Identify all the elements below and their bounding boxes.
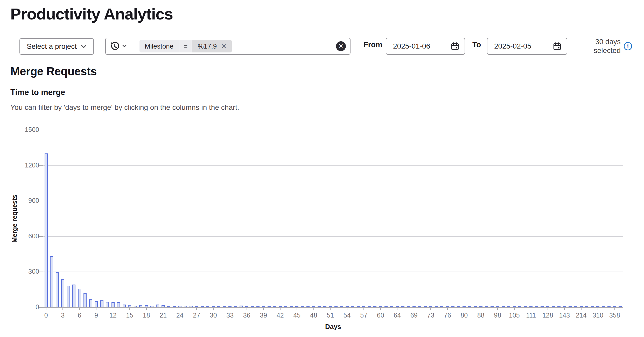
chart-bar[interactable] [485, 306, 488, 307]
y-tick-label: 1200 [11, 161, 39, 169]
x-tick-mark [113, 307, 113, 310]
chart-bar[interactable] [273, 306, 276, 307]
chart-bar[interactable] [435, 306, 438, 307]
chart-bar[interactable] [95, 301, 98, 307]
chart-bar[interactable] [591, 306, 594, 307]
chart-bar[interactable] [318, 306, 321, 307]
chart-bar[interactable] [72, 285, 75, 307]
chart-bar[interactable] [173, 306, 176, 307]
chart-bar[interactable] [240, 306, 243, 307]
chart-bar[interactable] [134, 306, 137, 307]
chart-bar[interactable] [619, 306, 622, 307]
chart-bar[interactable] [83, 293, 87, 307]
chart-bar[interactable] [384, 306, 388, 307]
chart-bar[interactable] [541, 306, 544, 307]
chart-bar[interactable] [256, 306, 260, 307]
chart-bar[interactable] [552, 306, 555, 307]
chart-bar[interactable] [351, 306, 354, 307]
chart-bar[interactable] [491, 306, 494, 307]
chart-bar[interactable] [334, 306, 338, 307]
search-history-button[interactable] [106, 38, 132, 54]
chart-bar[interactable] [190, 306, 193, 307]
chart-bar[interactable] [234, 306, 237, 307]
x-tick-mark [598, 307, 598, 310]
chart-bar[interactable] [368, 306, 371, 307]
chart-bar[interactable] [162, 305, 165, 307]
from-date-input[interactable]: 2025-01-06 [386, 38, 465, 55]
gridline [43, 236, 623, 237]
chart-bar[interactable] [268, 306, 271, 307]
chart-bar[interactable] [602, 306, 605, 307]
chart-bar[interactable] [401, 306, 404, 307]
chart-bar[interactable] [373, 306, 376, 307]
chart-bar[interactable] [206, 306, 209, 307]
chart-bar[interactable] [607, 306, 611, 307]
chart-bar[interactable] [418, 306, 421, 307]
chart-bar[interactable] [518, 306, 521, 307]
chart-bar[interactable] [61, 279, 64, 307]
chart-bar[interactable] [56, 272, 59, 307]
calendar-icon[interactable] [553, 42, 562, 51]
clear-filters-button[interactable]: ✕ [336, 41, 346, 51]
chart-bar[interactable] [50, 256, 53, 307]
chart-bar[interactable] [89, 299, 92, 307]
filtered-search-input[interactable]: Milestone = %17.9 ✕ ✕ [132, 38, 350, 54]
filter-token-key[interactable]: Milestone [139, 40, 179, 52]
chart-bar[interactable] [184, 306, 187, 307]
filter-token-value[interactable]: %17.9 ✕ [192, 40, 232, 52]
filter-token-operator[interactable]: = [179, 40, 192, 52]
chart-bar[interactable] [156, 305, 159, 307]
chart-bar[interactable] [357, 306, 360, 307]
chart-bar[interactable] [502, 306, 505, 307]
x-tick-mark [297, 307, 297, 310]
chart-bar[interactable] [201, 306, 204, 307]
chart-bar[interactable] [217, 306, 220, 307]
chart-bar[interactable] [524, 306, 527, 307]
chart-bar[interactable] [424, 306, 427, 307]
clear-icon: ✕ [339, 43, 343, 49]
chart-bar[interactable] [569, 306, 572, 307]
chart-bar[interactable] [67, 286, 70, 307]
chart-bar[interactable] [457, 306, 460, 307]
chart-bar[interactable] [145, 305, 148, 307]
close-icon[interactable]: ✕ [221, 43, 227, 50]
chart-bar[interactable] [451, 306, 454, 307]
x-tick-mark [614, 307, 615, 310]
chart-bar[interactable] [557, 306, 561, 307]
chart-bar[interactable] [284, 306, 287, 307]
chart-bar[interactable] [139, 305, 142, 307]
chart-bar[interactable] [100, 300, 103, 307]
chart-bar[interactable] [106, 302, 109, 307]
chart-bar[interactable] [507, 306, 510, 307]
x-tick-mark [363, 307, 364, 310]
chart-bar[interactable] [78, 289, 81, 307]
chart-bar[interactable] [45, 153, 48, 307]
to-date-input[interactable]: 2025-02-05 [487, 38, 567, 55]
chart-bar[interactable] [535, 306, 538, 307]
chart-bar[interactable] [301, 306, 304, 307]
chart-bar[interactable] [306, 306, 310, 307]
chart-bar[interactable] [251, 306, 254, 307]
chart-bar[interactable] [390, 306, 393, 307]
chart-bar[interactable] [340, 306, 343, 307]
chart-bar[interactable] [290, 306, 293, 307]
chart-bar[interactable] [407, 306, 410, 307]
chevron-down-icon [122, 44, 128, 48]
chart-bar[interactable] [123, 305, 126, 307]
info-icon[interactable]: i [624, 42, 632, 50]
chart-bar[interactable] [223, 306, 226, 307]
select-project-dropdown[interactable]: Select a project [19, 38, 94, 55]
calendar-icon[interactable] [451, 42, 459, 51]
chart-bar[interactable] [111, 302, 115, 307]
chart-bar[interactable] [150, 306, 153, 307]
chart-bar[interactable] [128, 305, 131, 307]
chart-bar[interactable] [468, 306, 471, 307]
chart-bar[interactable] [323, 306, 326, 307]
chart-bar[interactable] [474, 306, 477, 307]
chart-bar[interactable] [167, 306, 170, 307]
chart-bar[interactable] [574, 306, 577, 307]
history-icon [110, 41, 120, 51]
chart-bar[interactable] [117, 302, 120, 307]
chart-bar[interactable] [585, 306, 588, 307]
chart-bar[interactable] [440, 306, 443, 307]
